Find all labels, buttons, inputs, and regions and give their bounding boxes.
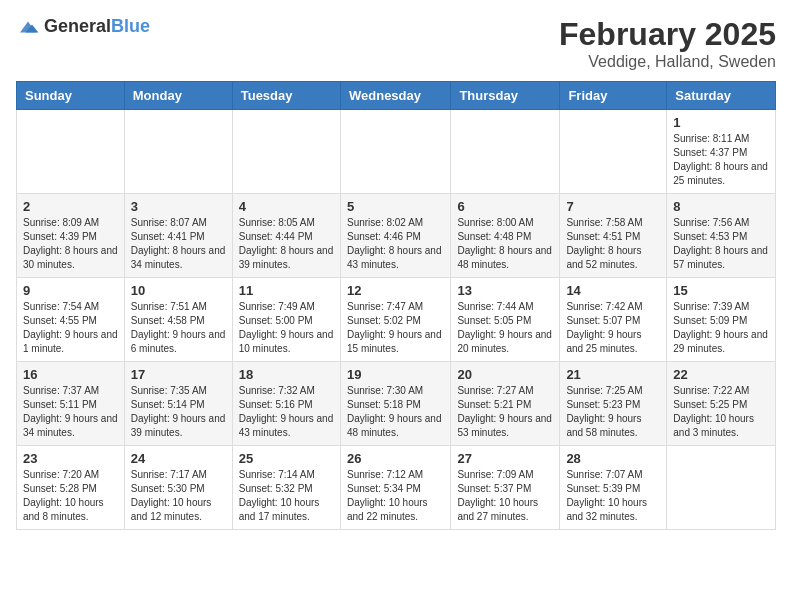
table-row: 17Sunrise: 7:35 AMSunset: 5:14 PMDayligh…	[124, 362, 232, 446]
table-row: 13Sunrise: 7:44 AMSunset: 5:05 PMDayligh…	[451, 278, 560, 362]
day-number: 13	[457, 283, 553, 298]
table-row: 28Sunrise: 7:07 AMSunset: 5:39 PMDayligh…	[560, 446, 667, 530]
col-thursday: Thursday	[451, 82, 560, 110]
table-row: 12Sunrise: 7:47 AMSunset: 5:02 PMDayligh…	[340, 278, 450, 362]
table-row: 5Sunrise: 8:02 AMSunset: 4:46 PMDaylight…	[340, 194, 450, 278]
day-number: 1	[673, 115, 769, 130]
day-info: Sunrise: 7:25 AMSunset: 5:23 PMDaylight:…	[566, 384, 660, 440]
day-number: 7	[566, 199, 660, 214]
table-row: 1Sunrise: 8:11 AMSunset: 4:37 PMDaylight…	[667, 110, 776, 194]
day-number: 8	[673, 199, 769, 214]
day-info: Sunrise: 7:17 AMSunset: 5:30 PMDaylight:…	[131, 468, 226, 524]
logo-text: GeneralBlue	[44, 16, 150, 37]
table-row	[17, 110, 125, 194]
day-number: 12	[347, 283, 444, 298]
day-number: 15	[673, 283, 769, 298]
day-info: Sunrise: 7:22 AMSunset: 5:25 PMDaylight:…	[673, 384, 769, 440]
calendar-week-row: 9Sunrise: 7:54 AMSunset: 4:55 PMDaylight…	[17, 278, 776, 362]
day-number: 28	[566, 451, 660, 466]
day-info: Sunrise: 8:00 AMSunset: 4:48 PMDaylight:…	[457, 216, 553, 272]
day-info: Sunrise: 7:54 AMSunset: 4:55 PMDaylight:…	[23, 300, 118, 356]
col-saturday: Saturday	[667, 82, 776, 110]
day-info: Sunrise: 7:35 AMSunset: 5:14 PMDaylight:…	[131, 384, 226, 440]
calendar-header-row: Sunday Monday Tuesday Wednesday Thursday…	[17, 82, 776, 110]
logo-general: General	[44, 16, 111, 36]
day-info: Sunrise: 7:20 AMSunset: 5:28 PMDaylight:…	[23, 468, 118, 524]
day-info: Sunrise: 7:51 AMSunset: 4:58 PMDaylight:…	[131, 300, 226, 356]
day-info: Sunrise: 7:32 AMSunset: 5:16 PMDaylight:…	[239, 384, 334, 440]
table-row: 21Sunrise: 7:25 AMSunset: 5:23 PMDayligh…	[560, 362, 667, 446]
table-row: 15Sunrise: 7:39 AMSunset: 5:09 PMDayligh…	[667, 278, 776, 362]
day-number: 3	[131, 199, 226, 214]
calendar-week-row: 16Sunrise: 7:37 AMSunset: 5:11 PMDayligh…	[17, 362, 776, 446]
day-number: 14	[566, 283, 660, 298]
calendar-week-row: 23Sunrise: 7:20 AMSunset: 5:28 PMDayligh…	[17, 446, 776, 530]
day-info: Sunrise: 7:42 AMSunset: 5:07 PMDaylight:…	[566, 300, 660, 356]
day-number: 2	[23, 199, 118, 214]
day-number: 18	[239, 367, 334, 382]
table-row	[124, 110, 232, 194]
table-row	[340, 110, 450, 194]
day-info: Sunrise: 8:05 AMSunset: 4:44 PMDaylight:…	[239, 216, 334, 272]
table-row: 24Sunrise: 7:17 AMSunset: 5:30 PMDayligh…	[124, 446, 232, 530]
col-tuesday: Tuesday	[232, 82, 340, 110]
day-info: Sunrise: 7:27 AMSunset: 5:21 PMDaylight:…	[457, 384, 553, 440]
calendar-table: Sunday Monday Tuesday Wednesday Thursday…	[16, 81, 776, 530]
table-row: 4Sunrise: 8:05 AMSunset: 4:44 PMDaylight…	[232, 194, 340, 278]
day-number: 20	[457, 367, 553, 382]
location-title: Veddige, Halland, Sweden	[559, 53, 776, 71]
table-row: 11Sunrise: 7:49 AMSunset: 5:00 PMDayligh…	[232, 278, 340, 362]
month-title: February 2025	[559, 16, 776, 53]
day-info: Sunrise: 8:07 AMSunset: 4:41 PMDaylight:…	[131, 216, 226, 272]
day-number: 17	[131, 367, 226, 382]
day-info: Sunrise: 7:39 AMSunset: 5:09 PMDaylight:…	[673, 300, 769, 356]
day-number: 11	[239, 283, 334, 298]
day-number: 22	[673, 367, 769, 382]
day-info: Sunrise: 7:37 AMSunset: 5:11 PMDaylight:…	[23, 384, 118, 440]
day-number: 24	[131, 451, 226, 466]
col-sunday: Sunday	[17, 82, 125, 110]
table-row	[667, 446, 776, 530]
day-info: Sunrise: 7:49 AMSunset: 5:00 PMDaylight:…	[239, 300, 334, 356]
table-row: 20Sunrise: 7:27 AMSunset: 5:21 PMDayligh…	[451, 362, 560, 446]
table-row: 8Sunrise: 7:56 AMSunset: 4:53 PMDaylight…	[667, 194, 776, 278]
day-info: Sunrise: 7:56 AMSunset: 4:53 PMDaylight:…	[673, 216, 769, 272]
table-row: 10Sunrise: 7:51 AMSunset: 4:58 PMDayligh…	[124, 278, 232, 362]
day-number: 5	[347, 199, 444, 214]
table-row: 6Sunrise: 8:00 AMSunset: 4:48 PMDaylight…	[451, 194, 560, 278]
col-friday: Friday	[560, 82, 667, 110]
calendar-week-row: 2Sunrise: 8:09 AMSunset: 4:39 PMDaylight…	[17, 194, 776, 278]
logo: GeneralBlue	[16, 16, 150, 37]
table-row	[560, 110, 667, 194]
day-number: 6	[457, 199, 553, 214]
page-header: GeneralBlue February 2025 Veddige, Halla…	[16, 16, 776, 71]
logo-icon	[16, 18, 40, 36]
col-wednesday: Wednesday	[340, 82, 450, 110]
day-number: 9	[23, 283, 118, 298]
day-info: Sunrise: 7:12 AMSunset: 5:34 PMDaylight:…	[347, 468, 444, 524]
calendar-week-row: 1Sunrise: 8:11 AMSunset: 4:37 PMDaylight…	[17, 110, 776, 194]
table-row: 9Sunrise: 7:54 AMSunset: 4:55 PMDaylight…	[17, 278, 125, 362]
day-info: Sunrise: 7:47 AMSunset: 5:02 PMDaylight:…	[347, 300, 444, 356]
table-row: 26Sunrise: 7:12 AMSunset: 5:34 PMDayligh…	[340, 446, 450, 530]
table-row: 27Sunrise: 7:09 AMSunset: 5:37 PMDayligh…	[451, 446, 560, 530]
table-row	[232, 110, 340, 194]
day-info: Sunrise: 7:07 AMSunset: 5:39 PMDaylight:…	[566, 468, 660, 524]
table-row: 18Sunrise: 7:32 AMSunset: 5:16 PMDayligh…	[232, 362, 340, 446]
table-row: 19Sunrise: 7:30 AMSunset: 5:18 PMDayligh…	[340, 362, 450, 446]
day-info: Sunrise: 7:58 AMSunset: 4:51 PMDaylight:…	[566, 216, 660, 272]
day-number: 26	[347, 451, 444, 466]
day-number: 25	[239, 451, 334, 466]
day-number: 27	[457, 451, 553, 466]
day-number: 21	[566, 367, 660, 382]
table-row: 25Sunrise: 7:14 AMSunset: 5:32 PMDayligh…	[232, 446, 340, 530]
table-row: 2Sunrise: 8:09 AMSunset: 4:39 PMDaylight…	[17, 194, 125, 278]
day-info: Sunrise: 7:30 AMSunset: 5:18 PMDaylight:…	[347, 384, 444, 440]
table-row: 7Sunrise: 7:58 AMSunset: 4:51 PMDaylight…	[560, 194, 667, 278]
table-row: 22Sunrise: 7:22 AMSunset: 5:25 PMDayligh…	[667, 362, 776, 446]
day-info: Sunrise: 8:09 AMSunset: 4:39 PMDaylight:…	[23, 216, 118, 272]
day-number: 19	[347, 367, 444, 382]
title-block: February 2025 Veddige, Halland, Sweden	[559, 16, 776, 71]
day-number: 16	[23, 367, 118, 382]
col-monday: Monday	[124, 82, 232, 110]
